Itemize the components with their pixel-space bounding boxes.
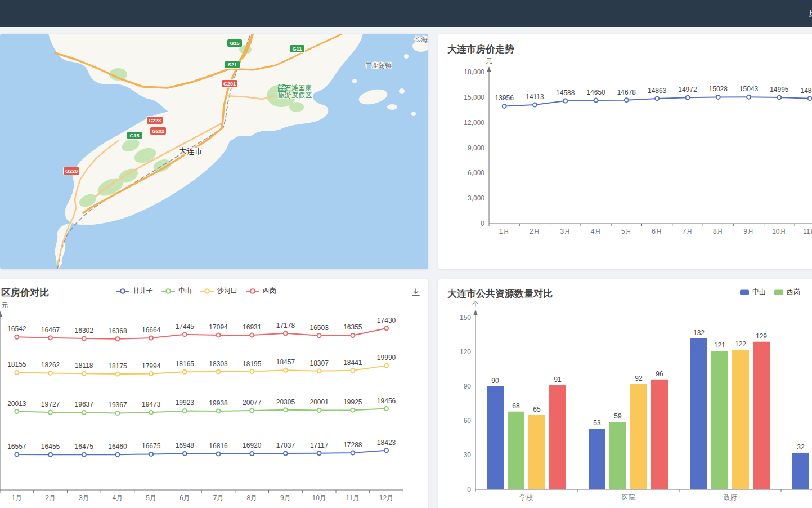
map-resort-poi: 金石滩国家 旅游度假区 — [278, 84, 286, 95]
svg-text:10月: 10月 — [772, 228, 786, 235]
svg-text:16368: 16368 — [108, 327, 127, 335]
svg-text:元: 元 — [486, 57, 492, 65]
svg-text:91: 91 — [554, 376, 562, 384]
svg-text:90: 90 — [491, 377, 499, 385]
public-resources-title: 大连市公共资源数量对比 — [447, 287, 553, 300]
svg-text:53: 53 — [593, 419, 601, 427]
map-label-dalian-city: 大连市 — [179, 146, 203, 157]
svg-text:2月: 2月 — [45, 494, 56, 502]
price-trend-title: 大连市房价走势 — [447, 43, 514, 56]
svg-text:150: 150 — [460, 314, 471, 322]
legend-item-中山[interactable]: 中山 — [739, 287, 766, 297]
svg-text:6,000: 6,000 — [468, 169, 484, 177]
svg-text:32: 32 — [797, 443, 805, 451]
district-compare-panel: 1月2月3月4月5月6月7月8月9月10月11月12月元020,00040,00… — [0, 279, 428, 508]
svg-text:14972: 14972 — [678, 86, 697, 93]
svg-text:18441: 18441 — [343, 359, 362, 367]
download-button[interactable] — [411, 287, 422, 298]
svg-text:14880: 14880 — [800, 87, 812, 95]
svg-text:20305: 20305 — [276, 398, 295, 406]
district-compare-chart: 1月2月3月4月5月6月7月8月9月10月11月12月元020,00040,00… — [0, 279, 428, 508]
svg-text:60: 60 — [464, 417, 472, 425]
svg-text:122: 122 — [735, 340, 746, 348]
svg-text:10月: 10月 — [312, 494, 326, 502]
legend-item-西岗[interactable]: 西岗 — [774, 287, 800, 297]
svg-text:30: 30 — [464, 451, 472, 459]
dalian-map-svg[interactable] — [0, 34, 428, 269]
svg-text:16557: 16557 — [7, 443, 26, 451]
legend-item-甘井子[interactable]: 甘井子 — [115, 286, 153, 296]
svg-text:19925: 19925 — [343, 398, 362, 406]
public-resources-legend: 中山西岗 — [739, 287, 800, 297]
map-label-guangludao: 广鹿岛镇 — [365, 61, 392, 70]
svg-text:17037: 17037 — [276, 442, 295, 449]
svg-text:20077: 20077 — [243, 399, 262, 407]
svg-text:92: 92 — [635, 375, 643, 382]
svg-text:7月: 7月 — [213, 494, 224, 502]
svg-text:4月: 4月 — [591, 228, 602, 235]
svg-text:16355: 16355 — [343, 323, 362, 331]
price-trend-panel: 1月2月3月4月5月6月7月8月9月10月11月12月元03,0006,0009… — [438, 34, 812, 269]
svg-text:18307: 18307 — [309, 359, 329, 367]
download-icon — [411, 287, 421, 297]
svg-text:65: 65 — [533, 405, 541, 413]
svg-text:129: 129 — [756, 332, 767, 340]
svg-text:14113: 14113 — [526, 93, 544, 101]
road-shield-G15: G15 — [127, 132, 142, 139]
road-shield-S21: S21 — [225, 61, 240, 68]
svg-text:18,000: 18,000 — [464, 68, 484, 76]
svg-text:0: 0 — [467, 485, 471, 493]
svg-text:学校: 学校 — [520, 493, 533, 501]
resort-label-line2: 旅游度假区 — [278, 92, 312, 99]
svg-text:14995: 14995 — [770, 86, 789, 93]
road-shield-G202: G202 — [150, 127, 166, 135]
svg-text:17994: 17994 — [142, 362, 161, 370]
svg-text:12,000: 12,000 — [464, 119, 484, 127]
svg-text:19637: 19637 — [75, 400, 94, 408]
legend-item-中山[interactable]: 中山 — [161, 286, 192, 296]
svg-text:2月: 2月 — [530, 228, 540, 235]
svg-text:9,000: 9,000 — [468, 144, 484, 152]
svg-text:16542: 16542 — [7, 325, 26, 333]
svg-text:1月: 1月 — [499, 228, 510, 235]
dalian-map-panel[interactable]: 大连市 金石滩国家 旅游度假区 广鹿岛镇 长海 G15G11S21G201G22… — [0, 34, 428, 269]
svg-text:14678: 14678 — [617, 88, 636, 96]
svg-text:16503: 16503 — [309, 324, 329, 332]
svg-text:19473: 19473 — [142, 400, 161, 408]
svg-text:7月: 7月 — [683, 228, 693, 235]
svg-text:16920: 16920 — [243, 442, 262, 449]
svg-text:14650: 14650 — [586, 88, 605, 96]
svg-text:18118: 18118 — [75, 362, 93, 369]
svg-text:18262: 18262 — [41, 361, 60, 369]
svg-text:16302: 16302 — [75, 327, 94, 335]
svg-text:15028: 15028 — [709, 85, 728, 93]
svg-text:医院: 医院 — [622, 493, 635, 501]
svg-text:个: 个 — [472, 300, 479, 308]
svg-text:14863: 14863 — [648, 87, 667, 95]
svg-text:15043: 15043 — [739, 85, 759, 93]
svg-text:18175: 18175 — [108, 362, 127, 370]
public-resources-panel: 学校医院政府个030609012015090686591535992961321… — [438, 279, 812, 508]
svg-text:16460: 16460 — [108, 443, 127, 451]
legend-item-西岗[interactable]: 西岗 — [245, 286, 276, 296]
svg-text:16467: 16467 — [41, 326, 60, 334]
road-shield-G228: G228 — [64, 167, 79, 175]
svg-text:6月: 6月 — [652, 228, 662, 235]
svg-text:13956: 13956 — [495, 94, 514, 102]
svg-text:18457: 18457 — [276, 358, 295, 366]
svg-text:17430: 17430 — [377, 317, 396, 324]
svg-text:17445: 17445 — [176, 323, 195, 331]
svg-text:16931: 16931 — [243, 323, 262, 331]
svg-text:120: 120 — [460, 348, 471, 356]
svg-text:9月: 9月 — [743, 228, 754, 235]
svg-text:17117: 17117 — [310, 442, 329, 449]
svg-text:16948: 16948 — [176, 442, 195, 449]
svg-text:18165: 18165 — [176, 360, 195, 368]
svg-text:16816: 16816 — [209, 442, 228, 450]
svg-text:1月: 1月 — [12, 494, 23, 502]
svg-text:18195: 18195 — [243, 360, 262, 368]
legend-item-沙河口[interactable]: 沙河口 — [200, 286, 237, 296]
svg-text:17094: 17094 — [209, 323, 228, 331]
svg-text:政府: 政府 — [724, 493, 737, 501]
svg-text:17288: 17288 — [343, 441, 362, 449]
